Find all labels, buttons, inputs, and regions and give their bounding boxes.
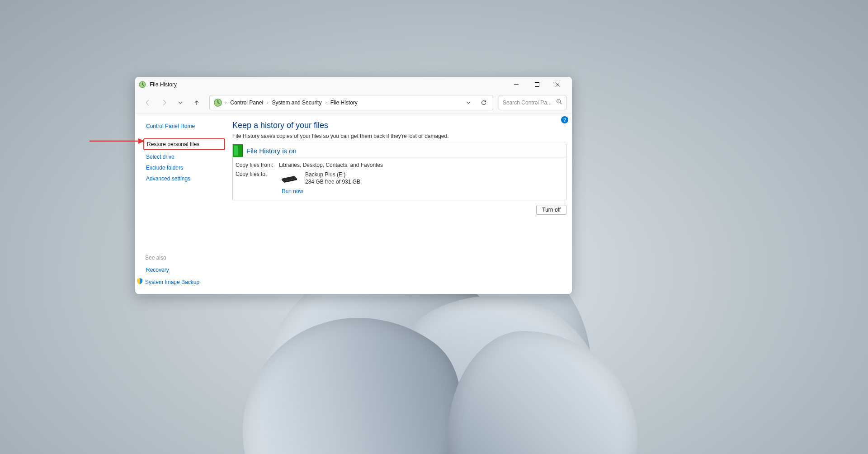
sidebar-restore-link[interactable]: Restore personal files bbox=[143, 138, 225, 150]
sidebar-advanced-link[interactable]: Advanced settings bbox=[145, 173, 223, 184]
refresh-button[interactable] bbox=[476, 95, 491, 110]
chevron-right-icon[interactable]: › bbox=[324, 100, 327, 105]
titlebar[interactable]: File History bbox=[135, 77, 572, 92]
forward-button[interactable] bbox=[157, 95, 171, 110]
up-button[interactable] bbox=[189, 95, 204, 110]
toolbar: › Control Panel › System and Security › … bbox=[135, 92, 572, 114]
turn-off-button[interactable]: Turn off bbox=[536, 205, 566, 215]
file-history-window: File History › Control Panel › System an… bbox=[135, 77, 572, 294]
status-title: File History is on bbox=[243, 145, 300, 156]
search-input[interactable] bbox=[503, 99, 554, 106]
search-icon bbox=[556, 99, 562, 107]
page-subtext: File History saves copies of your files … bbox=[232, 133, 566, 139]
shield-icon bbox=[136, 278, 143, 286]
address-dropdown-button[interactable] bbox=[461, 95, 476, 110]
run-now-link[interactable]: Run now bbox=[282, 188, 563, 194]
search-box[interactable] bbox=[499, 95, 566, 110]
address-bar[interactable]: › Control Panel › System and Security › … bbox=[209, 95, 493, 110]
sidebar-image-backup-link[interactable]: System Image Backup bbox=[136, 275, 223, 288]
sidebar-home-link[interactable]: Control Panel Home bbox=[145, 121, 223, 132]
drive-space: 284 GB free of 931 GB bbox=[305, 178, 360, 185]
window-title: File History bbox=[150, 81, 177, 88]
svg-rect-2 bbox=[535, 82, 539, 86]
svg-line-7 bbox=[560, 102, 562, 104]
copy-from-label: Copy files from: bbox=[236, 162, 279, 168]
close-button[interactable] bbox=[547, 77, 568, 92]
maximize-button[interactable] bbox=[527, 77, 547, 92]
app-icon bbox=[139, 81, 146, 88]
address-icon bbox=[213, 98, 222, 107]
drive-name: Backup Plus (E:) bbox=[305, 171, 360, 178]
svg-point-6 bbox=[557, 99, 561, 103]
page-heading: Keep a history of your files bbox=[232, 121, 566, 130]
drive-icon bbox=[279, 171, 299, 184]
breadcrumb-system-security[interactable]: System and Security bbox=[269, 98, 324, 108]
breadcrumb-control-panel[interactable]: Control Panel bbox=[227, 98, 266, 108]
minimize-button[interactable] bbox=[506, 77, 527, 92]
recent-locations-button[interactable] bbox=[173, 95, 188, 110]
sidebar: Control Panel Home Restore personal file… bbox=[135, 114, 223, 294]
copy-to-label: Copy files to: bbox=[236, 171, 279, 177]
chevron-right-icon[interactable]: › bbox=[224, 100, 227, 105]
content-area: ? Keep a history of your files File Hist… bbox=[223, 114, 572, 294]
status-indicator-icon bbox=[233, 144, 243, 157]
back-button[interactable] bbox=[141, 95, 155, 110]
see-also-label: See also bbox=[145, 255, 223, 261]
sidebar-recovery-link[interactable]: Recovery bbox=[145, 265, 223, 275]
breadcrumb-file-history[interactable]: File History bbox=[328, 98, 360, 108]
status-box: File History is on Copy files from: Libr… bbox=[232, 144, 566, 200]
sidebar-select-drive-link[interactable]: Select drive bbox=[145, 151, 223, 162]
help-icon[interactable]: ? bbox=[561, 116, 568, 123]
chevron-right-icon[interactable]: › bbox=[266, 100, 269, 105]
sidebar-exclude-link[interactable]: Exclude folders bbox=[145, 162, 223, 173]
copy-from-value: Libraries, Desktop, Contacts, and Favori… bbox=[279, 162, 383, 168]
